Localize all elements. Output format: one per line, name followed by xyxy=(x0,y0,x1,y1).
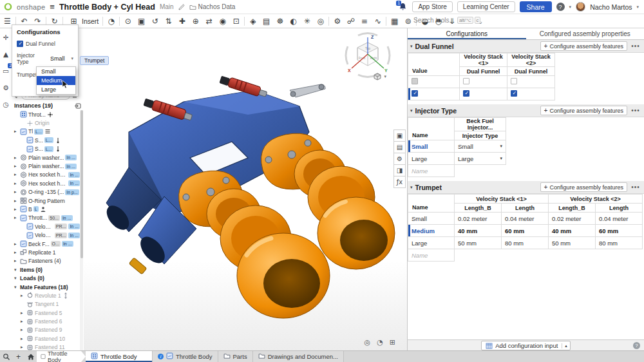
search-tools[interactable]: Search tools... alt/⌥c xyxy=(413,17,480,24)
injector-type-select[interactable]: Small ▾ xyxy=(50,55,73,62)
value-cell[interactable]: 40 mm xyxy=(455,225,502,237)
table-row[interactable]: Name xyxy=(408,165,506,177)
expand-caret-icon[interactable]: ▸ xyxy=(21,345,25,350)
tree-item-origin[interactable]: Origin xyxy=(12,119,80,127)
table-row[interactable]: Medium40 mm60 mm40 mm60 mm xyxy=(408,225,643,237)
expand-caret-icon[interactable]: ▸ xyxy=(14,155,19,160)
expand-caret-icon[interactable]: ▸ xyxy=(14,215,19,220)
row-name-cell[interactable] xyxy=(408,88,460,100)
table-row[interactable] xyxy=(408,76,555,88)
value-select-small[interactable]: Small▾ xyxy=(458,143,502,150)
section-menu-icon[interactable]: ••• xyxy=(630,184,641,191)
collapse-chevron-icon[interactable]: ▾ xyxy=(410,44,413,49)
relations-icon[interactable]: ⚙ xyxy=(330,15,344,28)
3d-model[interactable] xyxy=(93,71,396,335)
tree-item-tl[interactable]: ▸TlL... xyxy=(12,128,80,136)
expand-caret-icon[interactable]: ▸ xyxy=(14,129,19,134)
tree-scrollbar[interactable] xyxy=(80,110,83,350)
fix-icon[interactable]: ☍ xyxy=(344,15,357,28)
expand-caret-icon[interactable]: ▸ xyxy=(21,336,25,341)
insert-panel-icon[interactable]: ▣ xyxy=(393,129,406,142)
value-cell[interactable]: 0.02 meter xyxy=(549,213,596,225)
add-configuration-input-button[interactable]: Add configuration input ▴ xyxy=(481,341,571,350)
tree-item-o-ring-135[interactable]: ▸O-ring -135 (...In p... xyxy=(12,188,80,196)
expand-caret-icon[interactable]: ▸ xyxy=(21,310,25,316)
row-checkbox[interactable] xyxy=(412,78,418,84)
expand-caret-icon[interactable]: ▸ xyxy=(14,258,19,263)
row-name-cell[interactable]: Large xyxy=(408,237,455,249)
tree-item-fastened-6[interactable]: ▸Fastened 6 xyxy=(12,317,80,325)
tree-item-fastened-10[interactable]: ▸Fastened 10 xyxy=(12,334,80,343)
expand-caret-icon[interactable]: ▸ xyxy=(14,181,19,186)
value-cell[interactable]: 50 mm xyxy=(455,237,502,249)
row-name-cell[interactable]: Name xyxy=(408,165,455,177)
history-tool-icon[interactable]: ◷ xyxy=(1,99,11,109)
expand-caret-icon[interactable]: ▸ xyxy=(14,207,19,212)
row-name-cell[interactable]: Medium xyxy=(408,225,455,237)
workspace-label[interactable]: Main xyxy=(160,3,174,10)
grid-toggle-icon[interactable]: ⊞ xyxy=(390,338,395,347)
slider-mate-icon[interactable]: ⇅ xyxy=(162,15,175,28)
tree-item-o-ring-pattern[interactable]: ▸O-Ring Pattern xyxy=(12,196,80,205)
explode-icon[interactable]: ✳ xyxy=(300,15,314,28)
expand-caret-icon[interactable]: ▸ xyxy=(14,250,19,255)
mate-icon[interactable]: ⊙ xyxy=(121,15,135,28)
table-row[interactable]: Name xyxy=(408,249,643,262)
measure-icon[interactable]: ≡ xyxy=(357,15,371,28)
tree-item-tangent-1[interactable]: Tangent 1 xyxy=(12,300,80,309)
rename-pencil-icon[interactable] xyxy=(178,4,185,10)
row-name-cell[interactable]: Large xyxy=(408,153,455,165)
value-cell[interactable]: Large▾ xyxy=(455,153,506,165)
replicate-icon[interactable]: ◈ xyxy=(246,15,260,28)
section-menu-icon[interactable]: ••• xyxy=(630,107,641,114)
user-avatar[interactable] xyxy=(576,2,585,12)
table-row[interactable]: SmallSmall▾ xyxy=(408,140,506,153)
value-cell[interactable]: 0.04 meter xyxy=(596,213,643,225)
tree-item-hex-socket-he[interactable]: ▸Hex socket he...In ... xyxy=(12,171,80,179)
history-icon[interactable]: ◔ xyxy=(104,15,118,28)
value-checkbox[interactable] xyxy=(463,90,469,97)
tree-section-mate-features-18[interactable]: ▾Mate Features (18) xyxy=(12,283,80,291)
expand-caret-icon[interactable]: ▸ xyxy=(14,198,19,204)
bom-panel-icon[interactable]: ▤ xyxy=(393,141,406,153)
bom-table-icon[interactable]: ▦ xyxy=(388,15,401,28)
view-options-button[interactable]: ▾ xyxy=(373,72,386,81)
configure-assembly-features-button[interactable]: +Configure assembly features xyxy=(540,41,627,51)
home-icon[interactable] xyxy=(24,351,37,362)
value-cell[interactable]: 60 mm xyxy=(596,225,643,237)
tree-item-s[interactable]: S...L... xyxy=(12,136,80,144)
collapse-caret-icon[interactable]: ▾ xyxy=(14,276,19,281)
tree-item-plain-washer[interactable]: ▸Plain washer...In ... xyxy=(12,162,80,170)
value-cell[interactable]: 60 mm xyxy=(502,225,549,237)
table-row[interactable]: Large50 mm80 mm50 mm80 mm xyxy=(408,237,643,249)
cylindrical-mate-icon[interactable]: ⊕ xyxy=(189,15,202,28)
relations-tool-icon[interactable]: ⚙ xyxy=(1,82,11,92)
value-cell[interactable]: 0.04 meter xyxy=(502,213,549,225)
tree-item-revolute-1[interactable]: ▸Revolute 1 xyxy=(12,291,80,300)
mate-connector-tool-icon[interactable]: ✛ xyxy=(1,32,11,42)
value-cell[interactable]: 0.02 meter xyxy=(455,213,502,225)
value-cell[interactable]: 40 mm xyxy=(549,225,596,237)
performance-icon[interactable]: ◔ xyxy=(377,338,383,347)
table-row[interactable] xyxy=(408,88,555,100)
value-select-large[interactable]: Large▾ xyxy=(458,155,502,162)
row-name-cell[interactable] xyxy=(408,76,460,88)
snapshot-icon[interactable]: ◎ xyxy=(314,15,327,28)
app-store-button[interactable]: App Store xyxy=(412,1,452,12)
tree-item-hex-socket-he[interactable]: ▸Hex socket he...In ... xyxy=(12,179,80,187)
collapse-chevron-icon[interactable]: ▾ xyxy=(410,108,413,113)
configure-assembly-features-button[interactable]: +Configure assembly features xyxy=(540,182,627,192)
value-cell[interactable] xyxy=(507,88,555,100)
help-caret-icon[interactable]: ▾ xyxy=(569,5,572,10)
value-cell[interactable]: 80 mm xyxy=(596,237,643,249)
collapse-chevron-icon[interactable]: ▾ xyxy=(410,185,413,190)
row-name-cell[interactable]: Small xyxy=(408,213,455,225)
linear-pattern-icon[interactable]: ▤ xyxy=(260,15,273,28)
dropdown-option-large[interactable]: Large xyxy=(37,85,75,94)
dropdown-option-small[interactable]: Small xyxy=(37,67,75,76)
tree-item-beck-f[interactable]: ▸Beck F...O...In ... xyxy=(12,240,80,248)
tree-item-s[interactable]: S...L... xyxy=(12,145,80,153)
tree-scrollbar-thumb[interactable] xyxy=(80,110,83,258)
tree-item-fasteners-4[interactable]: ▸Fasteners (4) xyxy=(12,257,80,265)
table-row[interactable]: Small0.02 meter0.04 meter0.02 meter0.04 … xyxy=(408,213,643,225)
